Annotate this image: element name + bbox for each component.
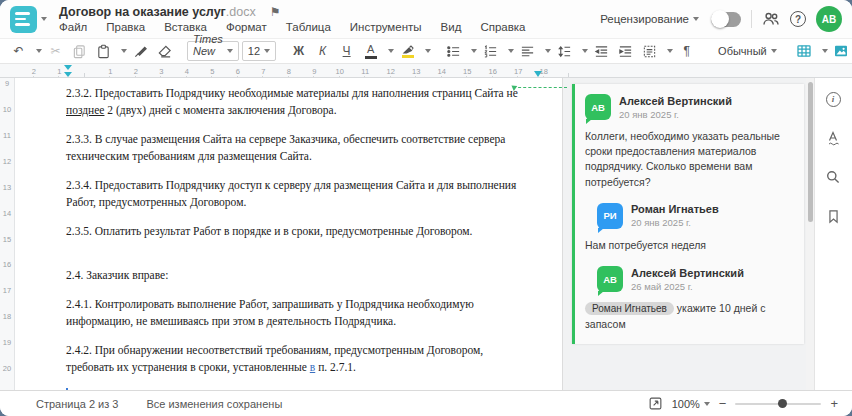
underline-button[interactable]: Ч	[336, 41, 357, 62]
paragraph-settings-button[interactable]	[639, 41, 660, 62]
comment-anchor-text[interactable]: позднее	[66, 104, 104, 116]
menu-help[interactable]: Справка	[480, 21, 525, 33]
scrollbar[interactable]	[806, 78, 814, 390]
paste-button[interactable]	[93, 41, 114, 62]
font-name-select[interactable]: Times New ...	[187, 41, 239, 61]
decrease-indent-button[interactable]	[591, 41, 612, 62]
line-spacing-button[interactable]	[554, 41, 575, 62]
insert-image-button[interactable]	[831, 41, 852, 62]
app-menu-caret-icon[interactable]	[41, 17, 47, 21]
right-sidebar: i	[814, 78, 851, 390]
help-icon[interactable]: ?	[790, 11, 806, 27]
document-page[interactable]: 2.3.2. Предоставить Подрядчику необходим…	[15, 78, 562, 390]
review-toggle[interactable]	[711, 12, 741, 27]
save-status: Все изменения сохранены	[146, 398, 282, 410]
ruler-num: 5	[200, 67, 226, 76]
menu-table[interactable]: Таблица	[286, 21, 331, 33]
numbered-list-button[interactable]	[480, 41, 501, 62]
insert-table-caret-icon[interactable]	[822, 49, 828, 53]
menu-format[interactable]: Формат	[226, 21, 267, 33]
highlight-caret-icon[interactable]	[425, 49, 431, 53]
paragraph: 2.4.1. Контролировать выполнение Работ, …	[66, 296, 518, 330]
comment-author: Алексей Вертинский	[619, 95, 732, 107]
ruler-num: 10	[327, 67, 353, 76]
app-logo[interactable]	[10, 6, 37, 33]
bold-button[interactable]: Ж	[288, 41, 309, 62]
paste-caret-icon[interactable]	[121, 49, 127, 53]
avatar: АВ	[597, 266, 623, 292]
paragraph: 2.3.2. Предоставить Подрядчику необходим…	[66, 85, 518, 119]
zoom-in-button[interactable]: +	[830, 397, 838, 410]
bullet-list-caret-icon[interactable]	[471, 49, 477, 53]
ruler-num: 4	[174, 67, 200, 76]
menu-tools[interactable]: Инструменты	[350, 21, 422, 33]
menu-insert[interactable]: Вставка	[164, 21, 207, 33]
avatar: РИ	[597, 203, 623, 229]
clear-style-button[interactable]	[154, 41, 175, 62]
favorite-flag-icon[interactable]: ⚑	[270, 5, 281, 19]
menu-file[interactable]: Файл	[59, 21, 87, 33]
menu-edit[interactable]: Правка	[106, 21, 145, 33]
left-indent-marker[interactable]	[64, 72, 72, 77]
text-cursor	[66, 388, 68, 390]
undo-caret-icon[interactable]	[36, 49, 42, 53]
copy-button[interactable]	[69, 41, 90, 62]
collaborators-icon[interactable]	[762, 10, 780, 28]
increase-indent-button[interactable]	[615, 41, 636, 62]
align-button[interactable]	[517, 41, 538, 62]
format-painter-button[interactable]	[130, 41, 151, 62]
zoom-slider[interactable]	[735, 403, 821, 405]
ruler-num: 16	[480, 67, 506, 76]
divider	[751, 10, 752, 28]
insert-table-button[interactable]	[794, 41, 815, 62]
zoom-value-dropdown[interactable]: 100%	[672, 398, 710, 410]
search-button[interactable]	[822, 166, 844, 188]
zoom-slider-handle[interactable]	[778, 399, 787, 408]
fit-width-button[interactable]	[648, 396, 663, 411]
ruler-num: 6	[225, 67, 251, 76]
comment-thread-card[interactable]: АВ Алексей Вертинский 20 янв 2025 г. Кол…	[572, 84, 804, 344]
highlight-color-button[interactable]	[397, 41, 418, 62]
editor-window: Договор на оказание услуг .docx ⚑ Файл П…	[0, 0, 852, 416]
vertical-ruler: 91011121314151617181920	[0, 78, 15, 390]
bookmark-button[interactable]	[822, 205, 844, 227]
italic-button[interactable]: К	[312, 41, 333, 62]
first-line-indent-marker[interactable]	[64, 65, 72, 70]
font-size-select[interactable]: 12	[242, 41, 276, 61]
comment-date: 20 янв 2025 г.	[619, 109, 732, 120]
cut-button[interactable]: ✂	[45, 41, 66, 62]
bullet-list-button[interactable]	[443, 41, 464, 62]
menu-bar: Файл Правка Вставка Формат Таблица Инстр…	[59, 21, 526, 33]
align-caret-icon[interactable]	[545, 49, 551, 53]
font-color-caret-icon[interactable]	[388, 49, 394, 53]
comment-date: 26 май 2025 г.	[631, 281, 744, 292]
comment-date: 20 янв 2025 г.	[631, 217, 719, 228]
comment-text: Роман Игнатьев укажите 10 дней с запасом	[585, 301, 794, 332]
paragraph: 2.3.4. Предоставить Подрядчику доступ к …	[66, 177, 518, 211]
user-avatar[interactable]: АВ	[816, 6, 842, 32]
numbered-list-caret-icon[interactable]	[508, 49, 514, 53]
review-mode-dropdown[interactable]: Рецензирование	[600, 13, 699, 25]
menu-view[interactable]: Вид	[441, 21, 462, 33]
comment-root-header: АВ Алексей Вертинский 20 янв 2025 г.	[585, 94, 794, 120]
zoom-out-button[interactable]: −	[719, 397, 727, 410]
nonprinting-chars-button[interactable]: ¶	[676, 41, 697, 62]
ruler-num: 13	[404, 67, 430, 76]
mention-pill[interactable]: Роман Игнатьев	[585, 302, 674, 315]
page-indicator[interactable]: Страница 2 из 3	[36, 398, 118, 410]
line-spacing-caret-icon[interactable]	[582, 49, 588, 53]
document-info-button[interactable]: i	[822, 88, 844, 110]
font-color-button[interactable]: А	[360, 41, 381, 62]
paragraph: 2.4. Заказчик вправе:	[66, 267, 518, 284]
paragraph-style-select[interactable]: Обычный	[713, 41, 782, 61]
scrollbar-thumb[interactable]	[808, 82, 813, 222]
comment-reply-header: АВ Алексей Вертинский 26 май 2025 г.	[597, 266, 794, 292]
undo-button[interactable]: ↶	[8, 41, 29, 62]
spellcheck-button[interactable]	[822, 127, 844, 149]
ruler-num: 12	[378, 67, 404, 76]
comment-reply-header: РИ Роман Игнатьев 20 янв 2025 г.	[597, 203, 794, 229]
document-title[interactable]: Договор на оказание услуг	[59, 5, 226, 19]
right-indent-marker[interactable]	[534, 71, 542, 77]
paragraph-settings-caret-icon[interactable]	[667, 49, 673, 53]
document-extension: .docx	[226, 5, 256, 19]
